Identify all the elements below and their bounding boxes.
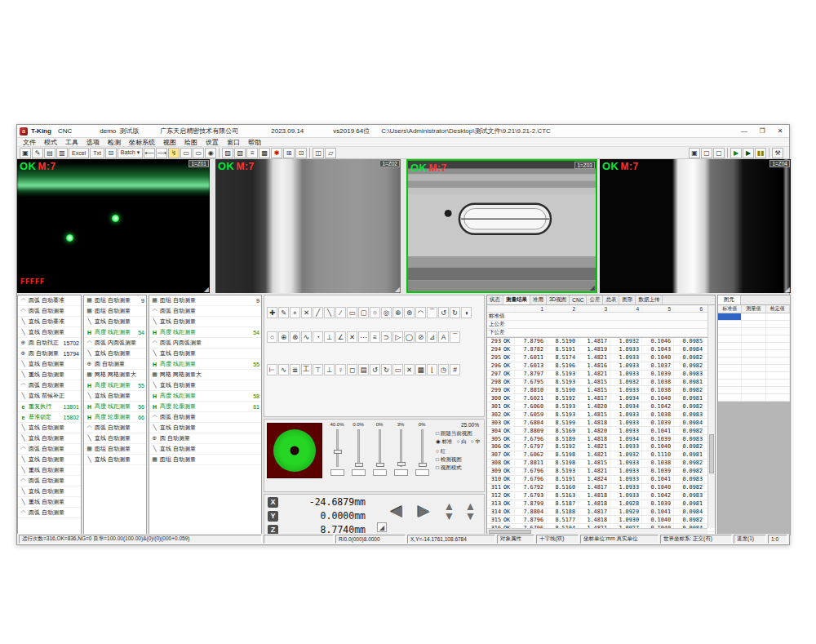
measurement-row[interactable]: 311OK7.67928.51601.48171.09330.10400.098… xyxy=(487,484,715,492)
menu-item-绘图[interactable]: 绘图 xyxy=(180,138,202,147)
txt-export-button[interactable]: Txt xyxy=(90,148,104,158)
feature-list-item[interactable]: ▦图组自动测量 xyxy=(84,444,146,455)
tool-icon[interactable]: ✕ xyxy=(347,331,357,343)
tool-icon[interactable]: ≣ xyxy=(290,364,300,375)
slider-thumb[interactable] xyxy=(419,463,427,467)
feature-list-item[interactable]: ◠圆弧自动基准 xyxy=(18,295,81,306)
table-tab-图形[interactable]: 图形 xyxy=(619,295,636,304)
feature-list-item[interactable]: H高度轮廓测量61 xyxy=(149,402,261,412)
feature-list-item[interactable]: ◠圆弧自动测量 xyxy=(18,444,81,455)
maximize-button[interactable]: ❐ xyxy=(753,125,771,137)
tool-icon[interactable]: ⊿ xyxy=(427,331,437,343)
element-row[interactable] xyxy=(718,372,790,380)
hatch-icon[interactable]: ▧ xyxy=(234,148,246,158)
feature-list-item[interactable]: H高度线距测量54 xyxy=(84,327,146,338)
menu-item-模式[interactable]: 模式 xyxy=(40,138,61,147)
light-mode-radio-中[interactable]: ○ 中 xyxy=(471,437,481,446)
report-icon[interactable]: ▤ xyxy=(44,148,55,158)
element-row-selected[interactable] xyxy=(718,313,790,321)
feature-list-item[interactable]: ╲直线自动基准 xyxy=(18,317,81,327)
grid-dot-icon[interactable]: ⊡ xyxy=(295,148,307,158)
element-row[interactable] xyxy=(718,350,790,358)
slider-track[interactable] xyxy=(357,429,360,467)
measurement-row[interactable]: 293OK7.87968.51901.48171.09320.10460.098… xyxy=(487,338,715,346)
slider-spinbox[interactable] xyxy=(373,469,387,476)
feature-list-item[interactable]: ▦图组自动测量9 xyxy=(84,295,146,306)
tool-icon[interactable]: ▭ xyxy=(347,307,357,318)
scrollbar-thumb[interactable] xyxy=(709,434,714,473)
tool-icon[interactable]: ↻ xyxy=(381,364,392,375)
measurement-row[interactable]: 294OK7.87828.51911.48191.09330.10430.098… xyxy=(487,346,715,354)
feature-list-item[interactable]: H高度轮廓测量66 xyxy=(84,412,146,423)
feature-list-item[interactable]: ╲直线自动测量 xyxy=(149,423,261,433)
tool-icon[interactable]: ⊤ xyxy=(313,364,323,375)
feature-list-item[interactable]: ╲直线自动测量 xyxy=(149,317,261,327)
table-tab-公差[interactable]: 公差 xyxy=(587,295,603,304)
table-tab-总表[interactable]: 总表 xyxy=(603,295,619,304)
feature-list-item[interactable]: ╲直线自动测量 xyxy=(84,455,146,465)
feature-list-item[interactable]: H高度线距测量54 xyxy=(149,327,261,338)
tool-icon[interactable]: ✚ xyxy=(267,307,277,318)
measurement-row[interactable]: 309OK7.67968.51931.48211.09330.10390.098… xyxy=(487,468,715,476)
feature-list-item[interactable]: ╲直线自动测量 xyxy=(18,423,81,433)
save-icon[interactable]: ▣ xyxy=(689,148,700,158)
tool-icon[interactable]: ↺ xyxy=(370,364,380,375)
resize-grip-icon[interactable]: ◢ xyxy=(204,286,209,293)
menu-item-工具[interactable]: 工具 xyxy=(61,138,82,147)
laser-cross-icon[interactable]: ✱ xyxy=(271,148,282,158)
tool-icon[interactable]: ✕ xyxy=(301,307,312,318)
run-icon[interactable]: ▶ xyxy=(730,148,742,158)
tool-icon[interactable]: ╱ xyxy=(313,307,323,318)
arrow-left-icon[interactable]: ⟵ xyxy=(144,148,155,158)
tool-icon[interactable]: ◎ xyxy=(381,307,392,318)
tool-icon[interactable]: ∕ xyxy=(335,307,346,318)
measurement-row[interactable]: 305OK7.67968.51891.48181.09340.10390.098… xyxy=(487,435,715,443)
measurement-row[interactable]: 301OK7.60608.51931.48201.09340.10420.098… xyxy=(487,402,715,411)
tools-icon[interactable]: ⚒ xyxy=(772,148,783,158)
tool-icon[interactable]: ⌖ xyxy=(290,307,300,318)
feature-list-item[interactable]: ▦图组自动测量9 xyxy=(149,295,261,306)
element-row[interactable] xyxy=(718,328,790,335)
menu-item-窗口[interactable]: 窗口 xyxy=(223,138,244,147)
feature-list-item[interactable]: ╲直线前候补正 xyxy=(18,391,81,402)
measurement-row[interactable]: 306OK7.67978.51921.48211.09330.10400.098… xyxy=(487,443,715,451)
light-mode-radio-标准[interactable]: ◉ 标准 xyxy=(436,437,452,446)
measurement-row[interactable]: 303OK7.68048.51991.48181.09330.10390.098… xyxy=(487,419,715,427)
camera-view-2[interactable]: OKM:7 1=Z02 ◢ xyxy=(215,159,401,293)
feature-list-item[interactable]: ◠圆弧内圆弧测量 xyxy=(149,338,261,349)
element-row[interactable] xyxy=(718,321,790,328)
tool-icon[interactable]: ⊘ xyxy=(415,331,426,343)
new-icon[interactable]: ▣ xyxy=(20,148,31,158)
element-row[interactable] xyxy=(718,394,790,402)
feature-list-item[interactable]: ╲直线自动测量 xyxy=(84,317,146,327)
tool-icon[interactable]: ⌊ xyxy=(427,364,437,375)
feature-list-item[interactable]: H高度线距测量58 xyxy=(149,391,261,402)
lightning-icon[interactable]: ↯ xyxy=(168,148,180,158)
feature-list-item[interactable]: ╲直线自动测量 xyxy=(84,391,146,402)
feature-list-item[interactable]: H高度线距测量55 xyxy=(149,359,261,370)
rect-tool-icon[interactable]: ▭ xyxy=(180,148,192,158)
tool-icon[interactable]: ⊕ xyxy=(392,307,403,318)
feature-list-item[interactable]: ⊕圆自动找正15702 xyxy=(18,338,81,349)
table-tab-准用[interactable]: 准用 xyxy=(530,295,547,304)
measurement-row[interactable]: 296OK7.60138.51961.48161.09330.10370.098… xyxy=(487,362,715,371)
light-mode-radio-红[interactable]: ○ 红 xyxy=(436,447,446,455)
tool-icon[interactable]: ↺ xyxy=(438,307,449,318)
list-icon[interactable]: ≡ xyxy=(246,148,258,158)
tool-icon[interactable]: ▤ xyxy=(358,364,369,375)
batch-button[interactable]: Batch ▾ xyxy=(118,148,143,158)
menu-item-设置[interactable]: 设置 xyxy=(202,138,223,147)
menu-item-帮助[interactable]: 帮助 xyxy=(244,138,265,147)
feature-list-item[interactable]: ╲直线自动测量 xyxy=(18,486,81,497)
slider-track[interactable] xyxy=(421,429,424,467)
feature-list-item[interactable]: ╲直线自动测量 xyxy=(18,327,81,338)
table-vertical-scrollbar[interactable] xyxy=(707,305,715,528)
close-button[interactable]: ✕ xyxy=(771,125,789,137)
measurement-row[interactable]: 314OK7.88048.51881.48171.09290.10410.098… xyxy=(487,509,715,517)
camera-tag[interactable]: 1=Z03 xyxy=(574,162,595,169)
feature-list-item[interactable]: ╲直线自动测量 xyxy=(84,433,146,444)
tool-icon[interactable]: ▷ xyxy=(392,331,403,343)
element-row[interactable] xyxy=(718,335,790,343)
tool-icon[interactable]: ○ xyxy=(267,331,277,343)
rect-tool-icon[interactable]: ▭ xyxy=(193,148,204,158)
